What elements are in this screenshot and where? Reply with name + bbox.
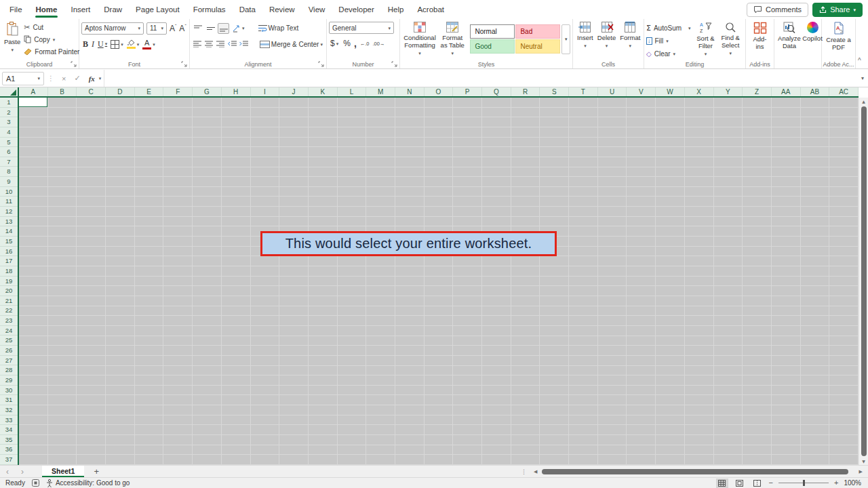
- styles-gallery-more-button[interactable]: ▾: [561, 24, 570, 54]
- row-header-1[interactable]: 1: [0, 98, 18, 108]
- cell-style-good[interactable]: Good: [470, 39, 515, 54]
- fill-button[interactable]: ↓Fill▾: [646, 35, 691, 47]
- sort-filter-button[interactable]: AZ Sort & Filter ▾: [694, 21, 718, 60]
- column-header-c[interactable]: C: [77, 87, 106, 96]
- row-header-31[interactable]: 31: [0, 395, 18, 405]
- row-header-9[interactable]: 9: [0, 177, 18, 187]
- column-header-b[interactable]: B: [48, 87, 77, 96]
- column-header-h[interactable]: H: [222, 87, 251, 96]
- accessibility-status[interactable]: Accessibility: Good to go: [46, 479, 130, 487]
- cells-grid[interactable]: [19, 98, 859, 465]
- row-header-14[interactable]: 14: [0, 226, 18, 237]
- macro-record-icon[interactable]: [32, 479, 39, 487]
- menu-tab-view[interactable]: View: [302, 0, 332, 19]
- column-header-v[interactable]: V: [627, 87, 656, 96]
- row-header-13[interactable]: 13: [0, 217, 18, 227]
- column-header-p[interactable]: P: [453, 87, 482, 96]
- zoom-slider[interactable]: [778, 483, 829, 483]
- create-pdf-button[interactable]: A Create a PDF: [824, 21, 853, 60]
- row-header-15[interactable]: 15: [0, 237, 18, 247]
- page-layout-view-button[interactable]: [734, 479, 746, 488]
- row-header-32[interactable]: 32: [0, 405, 18, 415]
- column-header-f[interactable]: F: [163, 87, 193, 96]
- format-cells-button[interactable]: Format ▾: [618, 21, 642, 60]
- column-header-o[interactable]: O: [425, 87, 454, 96]
- zoom-slider-thumb[interactable]: [803, 480, 805, 486]
- comments-button[interactable]: Comments: [747, 3, 808, 17]
- menu-tab-insert[interactable]: Insert: [64, 0, 97, 19]
- menu-tab-acrobat[interactable]: Acrobat: [410, 0, 451, 19]
- row-header-21[interactable]: 21: [0, 296, 18, 306]
- row-header-8[interactable]: 8: [0, 167, 18, 177]
- italic-button[interactable]: I: [90, 38, 96, 50]
- row-header-30[interactable]: 30: [0, 386, 18, 396]
- page-break-view-button[interactable]: [751, 479, 764, 488]
- row-header-29[interactable]: 29: [0, 375, 18, 386]
- column-header-g[interactable]: G: [193, 87, 222, 96]
- row-header-19[interactable]: 19: [0, 277, 18, 287]
- formula-bar-expand-icon[interactable]: ▾: [857, 75, 868, 81]
- row-header-34[interactable]: 34: [0, 425, 18, 435]
- horizontal-scrollbar[interactable]: ⋮ ◀ ▶: [517, 467, 865, 476]
- row-header-12[interactable]: 12: [0, 207, 18, 217]
- menu-tab-developer[interactable]: Developer: [332, 0, 380, 19]
- zoom-in-button[interactable]: +: [834, 479, 838, 487]
- menu-tab-help[interactable]: Help: [381, 0, 411, 19]
- prev-sheet-button[interactable]: ‹: [0, 468, 15, 476]
- column-header-u[interactable]: U: [598, 87, 627, 96]
- comma-style-button[interactable]: ,: [354, 38, 357, 49]
- column-header-ac[interactable]: AC: [829, 87, 859, 96]
- paste-button[interactable]: Paste ▾: [2, 21, 22, 60]
- align-top-button[interactable]: [192, 23, 203, 34]
- font-color-button[interactable]: A▾: [141, 38, 157, 50]
- merge-center-button[interactable]: Merge & Center▾: [258, 38, 324, 50]
- row-header-26[interactable]: 26: [0, 346, 18, 356]
- column-header-j[interactable]: J: [279, 87, 309, 96]
- align-right-button[interactable]: [215, 39, 225, 49]
- clear-button[interactable]: ◇Clear▾: [646, 47, 691, 60]
- column-header-w[interactable]: W: [656, 87, 685, 96]
- zoom-out-button[interactable]: −: [769, 479, 773, 487]
- sheet-tab-sheet1[interactable]: Sheet1: [42, 466, 84, 477]
- column-header-ab[interactable]: AB: [801, 87, 830, 96]
- menu-tab-home[interactable]: Home: [29, 0, 64, 19]
- column-header-n[interactable]: N: [395, 87, 425, 96]
- scroll-up-icon[interactable]: ▲: [859, 99, 868, 104]
- column-header-aa[interactable]: AA: [772, 87, 801, 96]
- row-header-20[interactable]: 20: [0, 286, 18, 296]
- column-header-l[interactable]: L: [338, 87, 367, 96]
- horizontal-scrollbar-track[interactable]: [540, 468, 856, 475]
- row-header-7[interactable]: 7: [0, 157, 18, 167]
- conditional-formatting-button[interactable]: Conditional Formatting ▾: [402, 21, 437, 60]
- row-header-33[interactable]: 33: [0, 415, 18, 426]
- orientation-button[interactable]: ▾: [231, 22, 246, 35]
- shrink-font-button[interactable]: Aˇ: [179, 24, 186, 33]
- formula-input[interactable]: [104, 70, 857, 87]
- clipboard-dialog-launcher[interactable]: [71, 61, 77, 67]
- percent-style-button[interactable]: %: [343, 39, 351, 48]
- column-header-m[interactable]: M: [366, 87, 395, 96]
- font-dialog-launcher[interactable]: [181, 61, 187, 67]
- row-header-2[interactable]: 2: [0, 108, 18, 118]
- select-all-button[interactable]: [0, 87, 19, 98]
- row-header-22[interactable]: 22: [0, 306, 18, 316]
- new-sheet-button[interactable]: +: [84, 466, 108, 476]
- row-header-10[interactable]: 10: [0, 187, 18, 197]
- column-header-e[interactable]: E: [135, 87, 164, 96]
- column-header-r[interactable]: R: [511, 87, 540, 96]
- row-header-23[interactable]: 23: [0, 316, 18, 326]
- align-middle-button[interactable]: [205, 23, 216, 34]
- share-button[interactable]: Share ▾: [812, 3, 863, 17]
- normal-view-button[interactable]: [716, 479, 728, 488]
- decrease-indent-button[interactable]: [227, 39, 237, 49]
- menu-tab-review[interactable]: Review: [262, 0, 302, 19]
- menu-tab-draw[interactable]: Draw: [97, 0, 129, 19]
- scroll-down-icon[interactable]: ▼: [859, 459, 868, 464]
- column-header-a[interactable]: A: [19, 87, 48, 96]
- column-header-x[interactable]: X: [685, 87, 714, 96]
- menu-tab-data[interactable]: Data: [233, 0, 262, 19]
- decrease-decimal-button[interactable]: .00→: [373, 41, 385, 47]
- confirm-entry-button[interactable]: ✓: [70, 74, 84, 83]
- column-header-i[interactable]: I: [251, 87, 280, 96]
- scroll-left-icon[interactable]: ◀: [531, 469, 540, 474]
